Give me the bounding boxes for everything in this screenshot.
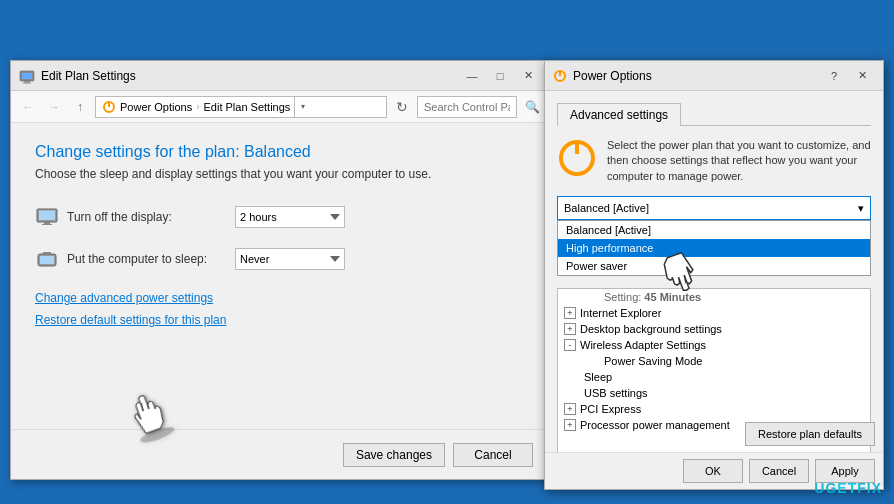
expand-icon-desktop: + [564,323,576,335]
up-button[interactable]: ↑ [69,96,91,118]
edit-plan-icon [19,68,35,84]
power-options-icon [102,100,116,114]
back-button[interactable]: ← [17,96,39,118]
dialog-cancel-button[interactable]: Cancel [749,459,809,483]
address-dropdown[interactable]: ▾ [294,96,310,118]
maximize-button[interactable]: □ [487,66,513,86]
refresh-button[interactable]: ↻ [391,96,413,118]
svg-rect-8 [44,222,50,224]
plan-dropdown-value: Balanced [Active] [564,202,649,214]
sleep-label: Put the computer to sleep: [67,252,227,266]
svg-rect-17 [575,142,579,154]
tree-label-ie: Internet Explorer [580,307,661,319]
plan-option-power-saver[interactable]: Power saver [558,257,870,275]
power-options-title-bar: Power Options ? ✕ [545,61,883,91]
plan-dropdown-container: Balanced [Active] ▾ Balanced [Active] Hi… [557,196,871,220]
svg-rect-9 [42,224,52,225]
dialog-close-button[interactable]: ✕ [849,66,875,86]
breadcrumb: Power Options › Edit Plan Settings [120,101,290,113]
breadcrumb-edit-plan: Edit Plan Settings [204,101,291,113]
search-input[interactable] [417,96,517,118]
minimize-button[interactable]: — [459,66,485,86]
dialog-title-controls: ? ✕ [821,66,875,86]
forward-button[interactable]: → [43,96,65,118]
plan-option-high-performance[interactable]: High performance [558,239,870,257]
save-changes-button[interactable]: Save changes [343,443,445,467]
breadcrumb-power: Power Options [120,101,192,113]
power-options-title: Power Options [573,69,821,83]
svg-rect-11 [40,256,54,264]
sleep-setting-row: Put the computer to sleep: Never 1 hour … [35,247,525,271]
tab-advanced-label: Advanced settings [570,108,668,122]
tab-advanced-settings[interactable]: Advanced settings [557,103,681,126]
ok-button[interactable]: OK [683,459,743,483]
tree-label-sleep: Sleep [584,371,612,383]
content-area: Change settings for the plan: Balanced C… [11,123,549,355]
cancel-button[interactable]: Cancel [453,443,533,467]
svg-rect-3 [23,82,31,83]
svg-rect-5 [108,102,110,107]
close-button[interactable]: ✕ [515,66,541,86]
plan-dropdown-arrow: ▾ [858,202,864,215]
expand-icon-pci: + [564,403,576,415]
power-icon [557,138,597,178]
power-options-dialog-icon [553,69,567,83]
expand-icon-ie: + [564,307,576,319]
svg-rect-7 [39,211,55,221]
address-bar: ← → ↑ Power Options › Edit Plan Settings… [11,91,549,123]
plan-option-balanced[interactable]: Balanced [Active] [558,221,870,239]
tree-label-usb: USB settings [584,387,648,399]
svg-rect-2 [24,81,30,83]
display-dropdown[interactable]: 2 hours 1 hour 30 minutes Never [235,206,345,228]
watermark: UGETFIX [814,480,882,496]
svg-rect-15 [559,71,561,76]
monitor-icon [36,208,58,226]
sleep-icon-container [35,247,59,271]
address-field[interactable]: Power Options › Edit Plan Settings ▾ [95,96,387,118]
tree-item-wireless[interactable]: - Wireless Adapter Settings [558,337,870,353]
search-button[interactable]: 🔍 [521,96,543,118]
tree-item-pci[interactable]: + PCI Express [558,401,870,417]
tab-bar: Advanced settings [557,103,871,126]
display-icon [35,205,59,229]
help-button[interactable]: ? [821,66,847,86]
plan-dropdown-list: Balanced [Active] High performance Power… [557,220,871,276]
tree-item-power-saving[interactable]: Power Saving Mode [558,353,870,369]
edit-plan-title-bar: Edit Plan Settings — □ ✕ [11,61,549,91]
display-setting-row: Turn off the display: 2 hours 1 hour 30 … [35,205,525,229]
restore-plan-defaults-button[interactable]: Restore plan defaults [745,422,875,446]
plan-dropdown-main[interactable]: Balanced [Active] ▾ [557,196,871,220]
links-area: Change advanced power settings Restore d… [35,291,525,327]
edit-plan-title: Edit Plan Settings [41,69,459,83]
svg-rect-1 [22,73,32,79]
watermark-suffix: FIX [857,480,882,496]
advanced-power-settings-link[interactable]: Change advanced power settings [35,291,525,305]
expand-icon-wireless: - [564,339,576,351]
tree-label-power-saving: Power Saving Mode [604,355,702,367]
info-area: Select the power plan that you want to c… [557,138,871,184]
display-label: Turn off the display: [67,210,227,224]
tree-label-wireless: Wireless Adapter Settings [580,339,706,351]
edit-plan-window: Edit Plan Settings — □ ✕ ← → ↑ Power Opt… [10,60,550,480]
tree-item-sleep[interactable]: Sleep [558,369,870,385]
page-title: Change settings for the plan: Balanced [35,143,525,161]
tree-item-desktop-bg[interactable]: + Desktop background settings [558,321,870,337]
tree-item-internet-explorer[interactable]: + Internet Explorer [558,305,870,321]
edit-plan-bottom-bar: Save changes Cancel [11,429,549,479]
watermark-prefix: UG [814,480,837,496]
tree-setting-label: Setting: 45 Minutes [604,291,864,303]
title-controls: — □ ✕ [459,66,541,86]
sleep-icon [36,250,58,268]
tree-label-pci: PCI Express [580,403,641,415]
tree-item-usb[interactable]: USB settings [558,385,870,401]
restore-bar: Restore plan defaults [545,416,883,452]
sleep-dropdown[interactable]: Never 1 hour 2 hours 30 minutes [235,248,345,270]
watermark-highlight: ET [837,480,857,496]
page-subtitle: Choose the sleep and display settings th… [35,167,525,181]
power-options-dialog: Power Options ? ✕ Advanced settings Sele… [544,60,884,490]
dialog-bottom: Restore plan defaults OK Cancel Apply [545,416,883,489]
breadcrumb-separator: › [196,101,199,112]
tree-label-desktop: Desktop background settings [580,323,722,335]
restore-defaults-link[interactable]: Restore default settings for this plan [35,313,525,327]
info-text: Select the power plan that you want to c… [607,138,871,184]
